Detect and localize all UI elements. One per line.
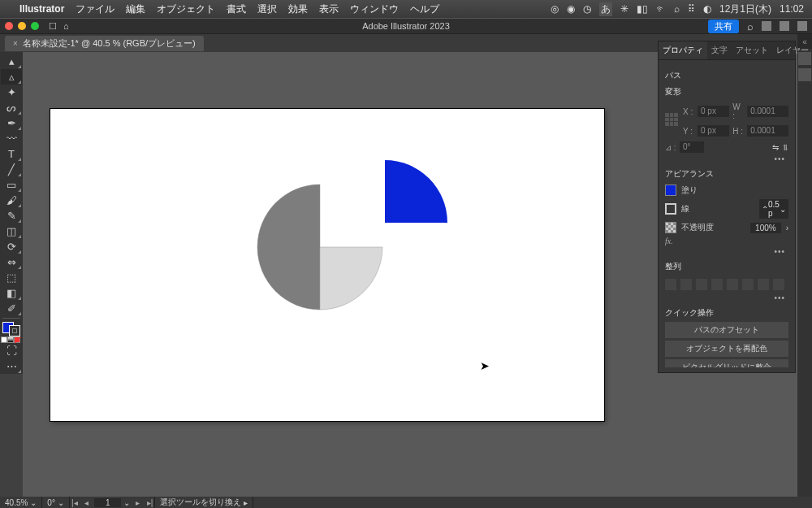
panel-toggle-icon[interactable]: [797, 21, 807, 31]
reference-point-icon[interactable]: [665, 113, 678, 126]
free-transform-tool[interactable]: ⬚: [1, 270, 22, 285]
paintbrush-tool[interactable]: 🖌: [1, 193, 22, 208]
y-input[interactable]: 0 px: [698, 125, 729, 137]
close-tab-icon[interactable]: ×: [13, 39, 18, 48]
transform-more-icon[interactable]: •••: [665, 154, 788, 163]
menu-select[interactable]: 選択: [257, 2, 277, 16]
fx-label[interactable]: fx.: [665, 235, 788, 247]
tab-layers[interactable]: レイヤー: [772, 41, 812, 59]
rec-icon[interactable]: ◎: [551, 3, 559, 15]
arrange-docs-icon[interactable]: [780, 21, 789, 31]
document-tab[interactable]: × 名称未設定-1* @ 40.5 % (RGB/プレビュー): [5, 36, 204, 51]
eyedropper-tool[interactable]: ✐: [1, 301, 22, 316]
artboard-number-input[interactable]: 1: [94, 498, 122, 507]
pie-slice-b[interactable]: [320, 247, 382, 310]
color-normal-icon[interactable]: [1, 336, 7, 343]
align-vcenter-icon[interactable]: [727, 279, 738, 290]
appearance-more-icon[interactable]: •••: [665, 247, 788, 256]
color-mode-icons[interactable]: [1, 336, 22, 343]
zoom-dropdown[interactable]: 40.5%⌄: [0, 497, 42, 508]
opacity-input[interactable]: 100%: [750, 223, 781, 233]
minimize-window-icon[interactable]: [18, 22, 26, 30]
pie-chart[interactable]: [50, 109, 604, 421]
collapsed-panel-dock[interactable]: [797, 49, 812, 497]
type-tool[interactable]: T: [1, 146, 22, 162]
menubar-date[interactable]: 12月1日(木): [719, 2, 771, 16]
shaper-tool[interactable]: ✎: [1, 208, 22, 224]
stroke-color-icon[interactable]: [9, 325, 20, 336]
pen-tool[interactable]: ✒: [1, 115, 22, 131]
rotate-dropdown[interactable]: 0°⌄: [42, 497, 70, 508]
menu-edit[interactable]: 編集: [126, 2, 145, 16]
control-center-icon[interactable]: ⠿: [688, 3, 695, 15]
flip-h-icon[interactable]: ⇋: [772, 143, 779, 152]
window-controls[interactable]: [5, 22, 39, 30]
fill-stroke-swatch[interactable]: [2, 322, 20, 336]
next-artboard-icon[interactable]: ▸: [132, 498, 142, 507]
angle-input[interactable]: 0°: [680, 141, 704, 153]
curvature-tool[interactable]: 〰: [1, 131, 22, 146]
line-tool[interactable]: ╱: [1, 162, 22, 177]
rectangle-tool[interactable]: ▭: [1, 177, 22, 193]
w-input[interactable]: 0.0001: [747, 106, 788, 117]
pie-slice-a[interactable]: [257, 185, 320, 310]
tab-properties[interactable]: プロパティ: [659, 41, 707, 59]
rotate-tool[interactable]: ⟳: [1, 239, 22, 254]
clock-icon[interactable]: ◷: [583, 3, 591, 15]
bluetooth-icon[interactable]: ✳︎: [620, 3, 628, 15]
menu-view[interactable]: 表示: [319, 2, 339, 16]
home-icon[interactable]: ⌂: [63, 21, 69, 32]
align-hcenter-icon[interactable]: [680, 279, 692, 290]
fill-swatch[interactable]: [665, 185, 676, 196]
align-bottom-icon[interactable]: [742, 279, 754, 290]
opacity-chevron-icon[interactable]: ›: [786, 224, 788, 232]
eraser-tool[interactable]: ◫: [1, 224, 22, 239]
flip-v-icon[interactable]: ⥮: [782, 143, 788, 152]
align-left-icon[interactable]: [665, 279, 676, 290]
stroke-swatch[interactable]: [665, 203, 676, 215]
menu-effect[interactable]: 効果: [288, 2, 308, 16]
fullscreen-window-icon[interactable]: [31, 22, 39, 30]
workspace-switch-icon[interactable]: [762, 21, 771, 31]
wifi-icon[interactable]: ᯤ: [656, 3, 666, 15]
lasso-tool[interactable]: ᔕ: [1, 100, 22, 115]
ime-icon[interactable]: あ: [599, 2, 612, 16]
pie-slice-c[interactable]: [385, 160, 447, 223]
offset-path-button[interactable]: パスのオフセット: [665, 322, 788, 338]
app-name[interactable]: Illustrator: [19, 3, 64, 15]
x-input[interactable]: 0 px: [698, 106, 729, 117]
cloud-doc-icon[interactable]: ☐: [49, 21, 57, 32]
chevron-down-icon[interactable]: ⌄: [123, 498, 130, 507]
color-none-icon[interactable]: [14, 336, 20, 343]
prev-artboard-icon[interactable]: ◂: [82, 498, 92, 507]
screen-mode-tool[interactable]: ⛶: [1, 343, 22, 358]
stroke-weight-input[interactable]: ⌃0.5 p⌄: [759, 199, 788, 219]
shape-builder-tool[interactable]: ◧: [1, 285, 22, 301]
line-icon[interactable]: ◉: [567, 3, 575, 15]
share-button[interactable]: 共有: [708, 20, 739, 33]
menu-file[interactable]: ファイル: [76, 2, 114, 16]
opacity-swatch[interactable]: [665, 222, 676, 233]
siri-icon[interactable]: ◐: [703, 3, 711, 15]
search-icon[interactable]: [747, 20, 754, 33]
pixel-align-button[interactable]: ピクセルグリッドに整合: [665, 359, 788, 367]
tab-assets[interactable]: アセット: [732, 41, 772, 59]
width-tool[interactable]: ⇔: [1, 254, 22, 270]
dock-icon-2[interactable]: [798, 68, 811, 81]
magic-wand-tool[interactable]: ✦: [1, 85, 22, 100]
first-artboard-icon[interactable]: |◂: [70, 498, 80, 507]
status-tool-hint[interactable]: 選択ツールを切り換え▸: [155, 497, 253, 508]
menu-window[interactable]: ウィンドウ: [350, 2, 399, 16]
align-top-icon[interactable]: [711, 279, 723, 290]
color-gradient-icon[interactable]: [7, 336, 14, 343]
direct-selection-tool[interactable]: ▵: [1, 69, 22, 85]
spotlight-icon[interactable]: ⌕: [674, 3, 680, 15]
h-input[interactable]: 0.0001: [747, 125, 788, 137]
menu-object[interactable]: オブジェクト: [157, 2, 215, 16]
distribute-v-icon[interactable]: [773, 279, 784, 290]
align-more-icon[interactable]: •••: [665, 293, 788, 302]
menu-type[interactable]: 書式: [227, 2, 246, 16]
artboard[interactable]: [50, 109, 604, 421]
tab-character[interactable]: 文字: [707, 41, 732, 59]
edit-toolbar-icon[interactable]: ⋯: [1, 358, 22, 374]
